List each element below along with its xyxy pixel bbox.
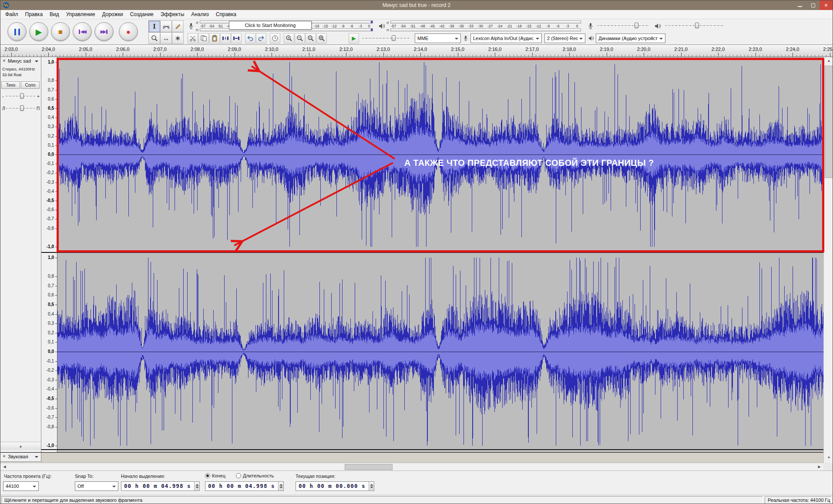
selection-tool-button[interactable]: I (148, 20, 160, 32)
menu-item-1[interactable]: Файл (2, 10, 22, 19)
radio-end[interactable]: Конец (205, 473, 225, 478)
horizontal-scrollbar[interactable]: ◀ ▶ (0, 463, 823, 470)
mute-button[interactable]: Тихо (1, 81, 20, 89)
output-device-dropdown[interactable]: Динамики (Аудио устройст (596, 34, 665, 43)
snap-to-dropdown[interactable]: Off (75, 481, 118, 491)
copy-button[interactable] (198, 33, 209, 44)
scroll-up-button[interactable]: ▲ (824, 57, 833, 65)
output-volume-thumb[interactable] (695, 23, 699, 28)
spinner-up-icon[interactable] (279, 482, 283, 486)
input-device-dropdown[interactable]: Lexicon Alpha In/Out (Аудис (470, 34, 542, 43)
stop-button[interactable]: ■ (51, 22, 70, 41)
track2-name[interactable]: Звуковая (8, 454, 28, 459)
input-volume-thumb[interactable] (635, 23, 638, 28)
spinner-down-icon[interactable] (195, 487, 199, 490)
skip-to-start-button[interactable]: ◀◀ (73, 22, 92, 41)
multi-tool-button[interactable]: ∗ (172, 32, 184, 44)
timeline-label: 2:23,0 (741, 47, 770, 52)
position-spinner[interactable] (369, 482, 374, 491)
scroll-right-button[interactable]: ▶ (815, 463, 823, 471)
pause-button[interactable] (7, 22, 27, 41)
radio-length[interactable]: Длительность (236, 473, 274, 478)
vertical-scale-ruler[interactable]: 1,00,80,70,60,50,40,30,20,10,0-0,1-0,2-0… (41, 57, 57, 453)
redo-button[interactable] (256, 33, 266, 44)
undo-button[interactable] (245, 33, 255, 44)
menu-item-9[interactable]: Справка (212, 10, 240, 19)
skip-to-end-button[interactable]: ▶▶ (94, 22, 114, 41)
track1-name[interactable]: Минус sad (8, 58, 31, 64)
maximize-button[interactable] (806, 0, 820, 10)
spinner-down-icon[interactable] (370, 487, 373, 490)
paste-button[interactable] (209, 33, 220, 44)
spinner-up-icon[interactable] (195, 482, 199, 486)
play-at-speed-button[interactable]: ▶ (349, 33, 359, 44)
play-button[interactable]: ▶ (29, 22, 48, 41)
position-field[interactable]: 00 h 00 m 00.000 s (296, 481, 374, 491)
audio-host-dropdown[interactable]: MME (415, 34, 461, 43)
draw-tool-button[interactable] (172, 20, 184, 32)
zoom-out-button[interactable] (295, 33, 305, 44)
menu-item-3[interactable]: Вид (46, 10, 63, 19)
monitoring-tooltip[interactable]: Click to Start Monitoring (229, 21, 312, 30)
track-collapse-button[interactable]: ▲ (0, 442, 41, 450)
scroll-left-button[interactable]: ◀ (0, 463, 9, 471)
menu-item-4[interactable]: Управление (63, 10, 99, 19)
timeline-minor-tick (558, 55, 558, 57)
radio-end-icon[interactable] (205, 473, 210, 478)
trim-audio-button[interactable] (220, 33, 231, 44)
time-shift-tool-button[interactable]: ↔ (160, 32, 172, 44)
close-button[interactable]: × (820, 0, 833, 10)
selection-end-spinner[interactable] (278, 482, 283, 491)
radio-length-icon[interactable] (236, 473, 241, 478)
input-channels-dropdown[interactable]: 2 (Stereo) Recor (544, 34, 585, 43)
menu-item-6[interactable]: Создание (127, 10, 157, 19)
output-volume-slider[interactable] (665, 22, 725, 30)
cut-button[interactable] (188, 33, 198, 44)
scroll-down-button[interactable]: ▼ (824, 454, 833, 462)
selection-start-spinner[interactable] (194, 482, 199, 491)
pan-slider[interactable] (6, 104, 35, 112)
minimize-button[interactable] (793, 0, 806, 10)
spinner-down-icon[interactable] (279, 487, 283, 490)
zoom-in-button[interactable] (284, 33, 294, 44)
fit-project-button[interactable] (316, 33, 327, 44)
vertical-scrollbar[interactable]: ▲ ▼ (823, 57, 833, 463)
track2-control-panel[interactable]: × Звуковая (0, 453, 41, 462)
silence-audio-button[interactable] (231, 33, 242, 44)
waveform-left-channel[interactable] (57, 59, 823, 250)
waveform-right-channel[interactable] (57, 254, 823, 449)
menu-item-5[interactable]: Дорожки (99, 10, 127, 19)
track2-close-icon[interactable]: × (1, 454, 7, 459)
menu-item-8[interactable]: Анализ (188, 10, 212, 19)
track1-menu-arrow-icon[interactable] (35, 60, 38, 64)
project-rate-dropdown[interactable]: 44100 (3, 481, 39, 491)
play-speed-thumb[interactable] (392, 35, 396, 41)
ruler-tick-mark (55, 136, 57, 137)
pan-thumb[interactable] (20, 105, 24, 111)
solo-button[interactable]: Соло (21, 81, 40, 89)
envelope-tool-button[interactable] (160, 20, 172, 32)
zoom-tool-button[interactable] (148, 32, 160, 44)
track1-control-panel[interactable]: × Минус sad Стерео, 44100Hz 32-bit float… (0, 57, 41, 453)
selection-end-field[interactable]: 00 h 00 m 04.998 s (205, 481, 284, 491)
vertical-scroll-thumb[interactable] (825, 66, 833, 178)
gain-thumb[interactable] (20, 93, 24, 99)
timeline-ruler[interactable]: 2:03,02:04,02:05,02:06,02:07,02:08,02:09… (0, 45, 833, 57)
gain-slider[interactable] (6, 92, 35, 100)
input-volume-slider[interactable] (598, 22, 649, 30)
selection-start-field[interactable]: 00 h 00 m 04.998 s (121, 481, 200, 491)
track2-menu-arrow-icon[interactable] (35, 456, 38, 460)
sync-lock-button[interactable] (270, 33, 280, 44)
record-button[interactable]: ● (119, 22, 138, 41)
timeline-minor-tick (37, 55, 37, 57)
menu-item-2[interactable]: Правка (22, 10, 47, 19)
play-speed-slider[interactable] (363, 34, 410, 42)
fit-selection-button[interactable] (306, 33, 316, 44)
title-bar[interactable]: Минус sad but true - record 2 × (0, 0, 833, 10)
track1-close-icon[interactable]: × (1, 58, 7, 64)
waveform-area[interactable] (57, 57, 823, 453)
horizontal-scroll-thumb[interactable] (345, 464, 393, 470)
playback-meter[interactable]: Л П -57-54-51-48-45-42-39-36-33-30-27-24… (377, 20, 582, 32)
menu-item-7[interactable]: Эффекты (157, 10, 188, 19)
spinner-up-icon[interactable] (370, 482, 373, 486)
